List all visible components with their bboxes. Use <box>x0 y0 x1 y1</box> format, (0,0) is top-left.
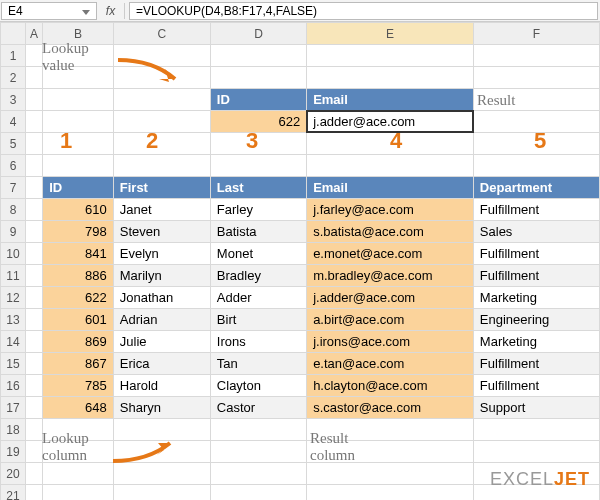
column-header[interactable]: D <box>210 23 306 45</box>
cell[interactable] <box>43 155 114 177</box>
cell[interactable]: Steven <box>113 221 210 243</box>
column-header[interactable]: C <box>113 23 210 45</box>
name-box[interactable]: E4 <box>1 2 97 20</box>
cell[interactable] <box>113 485 210 501</box>
row-header[interactable]: 5 <box>1 133 26 155</box>
cell[interactable] <box>307 463 474 485</box>
row-header[interactable]: 20 <box>1 463 26 485</box>
cell[interactable] <box>307 155 474 177</box>
cell[interactable] <box>25 353 42 375</box>
cell[interactable] <box>210 441 306 463</box>
cell[interactable] <box>43 441 114 463</box>
fx-icon[interactable]: fx <box>97 3 125 19</box>
cell[interactable] <box>210 45 306 67</box>
cell[interactable] <box>210 463 306 485</box>
cell[interactable] <box>210 133 306 155</box>
cell[interactable] <box>473 45 599 67</box>
cell[interactable] <box>25 265 42 287</box>
cell[interactable]: ID <box>43 177 114 199</box>
cell[interactable]: Marketing <box>473 287 599 309</box>
cell[interactable] <box>25 441 42 463</box>
row-header[interactable]: 1 <box>1 45 26 67</box>
cell[interactable] <box>43 45 114 67</box>
row-header[interactable]: 9 <box>1 221 26 243</box>
cell[interactable]: Email <box>307 177 474 199</box>
column-header[interactable]: B <box>43 23 114 45</box>
cell[interactable] <box>43 485 114 501</box>
cell[interactable]: Monet <box>210 243 306 265</box>
cell[interactable]: Fulfillment <box>473 375 599 397</box>
cell[interactable] <box>113 441 210 463</box>
cell[interactable]: 622 <box>210 111 306 133</box>
cell[interactable]: ID <box>210 89 306 111</box>
cell[interactable] <box>43 463 114 485</box>
cell[interactable] <box>25 199 42 221</box>
cell[interactable] <box>473 67 599 89</box>
cell[interactable] <box>25 67 42 89</box>
cell[interactable] <box>473 441 599 463</box>
cell[interactable]: Batista <box>210 221 306 243</box>
cell[interactable]: Farley <box>210 199 306 221</box>
row-header[interactable]: 12 <box>1 287 26 309</box>
cell[interactable]: Marilyn <box>113 265 210 287</box>
cell[interactable]: 622 <box>43 287 114 309</box>
cell[interactable]: 886 <box>43 265 114 287</box>
formula-input[interactable]: =VLOOKUP(D4,B8:F17,4,FALSE) <box>129 2 598 20</box>
cell[interactable] <box>113 133 210 155</box>
cell[interactable] <box>307 133 474 155</box>
cell[interactable]: Erica <box>113 353 210 375</box>
cell[interactable]: Bradley <box>210 265 306 287</box>
cell[interactable] <box>25 111 42 133</box>
cell[interactable]: j.adder@ace.com <box>307 287 474 309</box>
cell[interactable]: Castor <box>210 397 306 419</box>
cell[interactable] <box>25 287 42 309</box>
cell[interactable]: Harold <box>113 375 210 397</box>
cell[interactable] <box>43 133 114 155</box>
cell[interactable] <box>25 309 42 331</box>
row-header[interactable]: 17 <box>1 397 26 419</box>
cell[interactable]: e.tan@ace.com <box>307 353 474 375</box>
cell[interactable] <box>113 155 210 177</box>
row-header[interactable]: 10 <box>1 243 26 265</box>
cell[interactable] <box>210 485 306 501</box>
cell[interactable]: j.adder@ace.com <box>307 111 474 133</box>
cell[interactable] <box>307 67 474 89</box>
row-header[interactable]: 16 <box>1 375 26 397</box>
cell[interactable]: Email <box>307 89 474 111</box>
cell[interactable]: Fulfillment <box>473 243 599 265</box>
cell[interactable]: 601 <box>43 309 114 331</box>
cell[interactable]: s.castor@ace.com <box>307 397 474 419</box>
cell[interactable] <box>307 419 474 441</box>
cell[interactable] <box>210 155 306 177</box>
cell[interactable]: j.farley@ace.com <box>307 199 474 221</box>
active-cell[interactable]: j.adder@ace.com <box>307 111 473 132</box>
row-header[interactable]: 2 <box>1 67 26 89</box>
cell[interactable] <box>25 375 42 397</box>
cell[interactable] <box>25 155 42 177</box>
cell[interactable] <box>307 485 474 501</box>
row-header[interactable]: 11 <box>1 265 26 287</box>
row-header[interactable]: 18 <box>1 419 26 441</box>
cell[interactable] <box>113 89 210 111</box>
column-header[interactable]: E <box>307 23 474 45</box>
cell[interactable]: Engineering <box>473 309 599 331</box>
cell[interactable]: 610 <box>43 199 114 221</box>
cell[interactable] <box>473 111 599 133</box>
cell[interactable]: Birt <box>210 309 306 331</box>
cell[interactable] <box>210 419 306 441</box>
row-header[interactable]: 6 <box>1 155 26 177</box>
cell[interactable]: Tan <box>210 353 306 375</box>
row-header[interactable]: 13 <box>1 309 26 331</box>
cell[interactable]: 869 <box>43 331 114 353</box>
cell[interactable]: Jonathan <box>113 287 210 309</box>
cell[interactable] <box>25 133 42 155</box>
cell[interactable] <box>25 45 42 67</box>
row-header[interactable]: 15 <box>1 353 26 375</box>
column-header[interactable]: F <box>473 23 599 45</box>
row-header[interactable]: 4 <box>1 111 26 133</box>
cell[interactable]: Adrian <box>113 309 210 331</box>
cell[interactable] <box>113 419 210 441</box>
cell[interactable]: First <box>113 177 210 199</box>
cell[interactable] <box>43 89 114 111</box>
cell[interactable] <box>473 155 599 177</box>
